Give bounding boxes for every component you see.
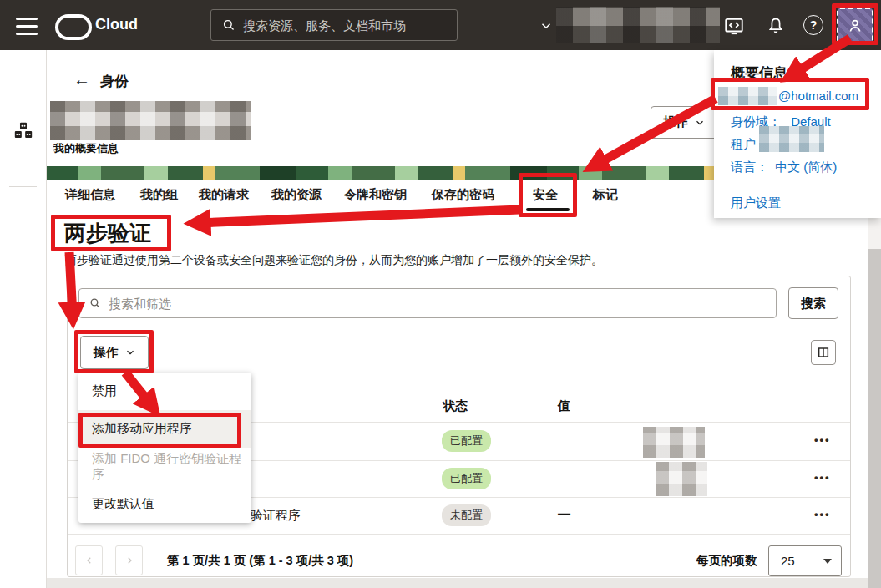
- status-badge: 已配置: [442, 468, 491, 489]
- menu-item-add-mobile-app[interactable]: 添加移动应用程序: [78, 410, 251, 448]
- filter-search-input[interactable]: [102, 296, 776, 312]
- menu-item-change-default[interactable]: 更改默认值: [78, 485, 251, 523]
- redacted-username: [50, 101, 251, 140]
- column-header-status: 状态: [443, 398, 468, 414]
- column-header-value: 值: [558, 398, 570, 414]
- search-icon: [89, 297, 102, 310]
- pagination-next-button[interactable]: [115, 545, 143, 575]
- page-title: 两步验证: [64, 219, 151, 248]
- global-search-input[interactable]: [236, 18, 457, 33]
- left-sidebar: [0, 50, 47, 588]
- row-actions-menu-button[interactable]: •••: [814, 471, 831, 484]
- chevron-right-icon: [124, 555, 134, 566]
- chevron-down-icon: [694, 118, 706, 128]
- per-page-select[interactable]: 25: [768, 545, 842, 576]
- tab-security[interactable]: 安全: [533, 187, 558, 203]
- pagination-info: 第 1 页/共 1 页 (第 1 - 3 项/共 3 项): [167, 553, 353, 569]
- row-value: —: [558, 506, 570, 520]
- language-value: 中文 (简体): [775, 160, 837, 174]
- chevron-down-icon: [124, 347, 136, 357]
- profile-panel-title: 概要信息: [731, 63, 787, 83]
- redacted-value: [643, 427, 705, 458]
- row-actions-menu-button[interactable]: •••: [814, 508, 831, 520]
- profile-panel: 概要信息 @hotmail.com 身份域： Default 租户： 语言： 中…: [714, 50, 881, 218]
- language-row: 语言： 中文 (简体): [731, 160, 837, 175]
- chevron-left-icon: [84, 555, 94, 566]
- breadcrumb-identity[interactable]: 身份: [100, 72, 129, 91]
- arrow-security-to-title: [197, 210, 519, 223]
- screen: Cloud ?: [0, 0, 881, 588]
- redacted-region-name: [556, 7, 720, 43]
- search-icon: [221, 18, 236, 33]
- select-caret-icon: [823, 559, 832, 564]
- tab-my-requests[interactable]: 我的请求: [199, 187, 249, 203]
- hamburger-menu-icon[interactable]: [16, 18, 38, 35]
- global-search[interactable]: [210, 9, 458, 41]
- search-button[interactable]: 搜索: [788, 287, 838, 319]
- header-actions-button[interactable]: 操作: [651, 106, 718, 139]
- tab-my-resources[interactable]: 我的资源: [271, 187, 322, 203]
- status-badge: 已配置: [442, 430, 491, 452]
- tab-tags[interactable]: 标记: [593, 187, 618, 203]
- scrollbar-thumb[interactable]: [868, 249, 881, 588]
- status-badge: 未配置: [442, 504, 491, 526]
- topbar: Cloud ?: [0, 0, 881, 50]
- redacted-email-local-part: [718, 87, 777, 105]
- actions-dropdown-button[interactable]: 操作: [80, 336, 149, 369]
- pagination-prev-button[interactable]: [75, 545, 103, 575]
- email-link[interactable]: @hotmail.com: [778, 89, 858, 103]
- notifications-bell-icon[interactable]: [766, 14, 786, 37]
- sidebar-divider: [9, 186, 37, 187]
- actions-dropdown-menu: 禁用 添加移动应用程序 添加 FIDO 通行密钥验证程序 更改默认值: [78, 373, 251, 523]
- cubes-stack-icon[interactable]: [13, 120, 34, 142]
- tab-details[interactable]: 详细信息: [65, 187, 115, 203]
- row-actions-menu-button[interactable]: •••: [814, 433, 831, 446]
- tab-tokens-keys[interactable]: 令牌和密钥: [344, 187, 407, 203]
- user-settings-link[interactable]: 用户设置: [731, 195, 781, 211]
- tab-my-groups[interactable]: 我的组: [140, 187, 178, 203]
- region-chevron-down-icon[interactable]: [538, 18, 554, 33]
- redacted-tenant-value: [759, 126, 824, 152]
- filter-search[interactable]: [78, 288, 777, 318]
- columns-icon: [817, 346, 830, 359]
- brand-label: Cloud: [95, 16, 138, 33]
- active-tab-underline: [526, 208, 570, 211]
- table-divider: [68, 534, 850, 535]
- bottom-strip: [46, 578, 881, 588]
- oracle-logo-icon: [55, 14, 92, 40]
- redacted-value: [656, 462, 707, 496]
- panel-divider: [714, 185, 881, 185]
- page-description: 两步验证通过使用第二个设备或安全问题来验证您的身份，从而为您的账户增加了一层额外…: [65, 253, 603, 268]
- help-icon[interactable]: ?: [803, 15, 823, 35]
- menu-item-disable[interactable]: 禁用: [78, 373, 251, 410]
- user-avatar-button[interactable]: [838, 8, 873, 43]
- cloud-shell-icon[interactable]: [723, 15, 745, 37]
- back-arrow-icon[interactable]: ←: [73, 70, 90, 89]
- tab-saved-passwords[interactable]: 保存的密码: [432, 187, 494, 203]
- person-icon: [845, 16, 865, 36]
- menu-item-add-fido-passkey: 添加 FIDO 通行密钥验证程序: [78, 448, 251, 485]
- profile-caption: 我的概要信息: [53, 141, 119, 156]
- manage-columns-button[interactable]: [811, 340, 836, 365]
- per-page-label: 每页的项数: [696, 553, 757, 569]
